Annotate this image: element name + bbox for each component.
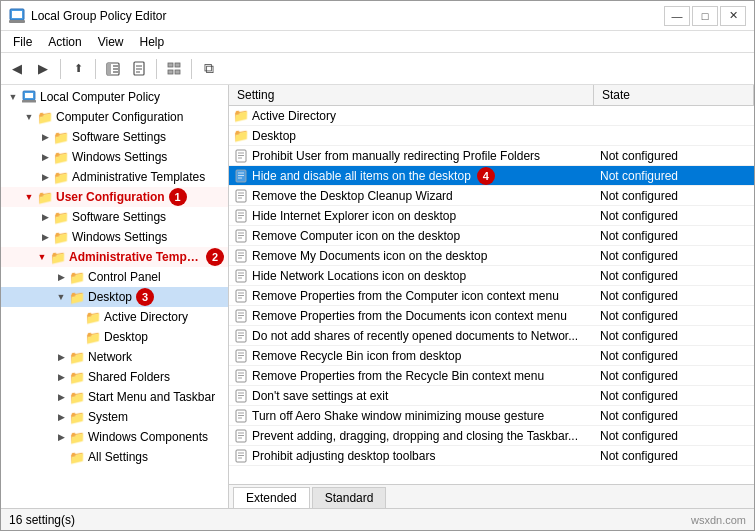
row-17-state: Not configured	[594, 428, 754, 444]
tree-item-all-settings[interactable]: 📁 All Settings	[1, 447, 228, 467]
view-button[interactable]	[162, 57, 186, 81]
expand-user-config[interactable]: ▼	[21, 189, 37, 205]
expand-active-directory[interactable]	[69, 309, 85, 325]
row-7-setting: Remove Computer icon on the desktop	[229, 227, 594, 245]
expand-control-panel[interactable]: ▶	[53, 269, 69, 285]
expand-start-menu[interactable]: ▶	[53, 389, 69, 405]
tree-item-start-menu[interactable]: ▶ 📁 Start Menu and Taskbar	[1, 387, 228, 407]
expand-system[interactable]: ▶	[53, 409, 69, 425]
show-hide-button[interactable]	[101, 57, 125, 81]
tree-item-admin-templates-2[interactable]: ▼ 📁 Administrative Templates 2	[1, 247, 228, 267]
view-icon	[166, 61, 182, 77]
list-item[interactable]: Prohibit User from manually redirecting …	[229, 146, 754, 166]
list-item[interactable]: Do not add shares of recently opened doc…	[229, 326, 754, 346]
list-item[interactable]: Hide Internet Explorer icon on desktop N…	[229, 206, 754, 226]
filter-button[interactable]: ⧉	[197, 57, 221, 81]
folder-icon-network: 📁	[69, 349, 85, 365]
policy-icon-row-5	[233, 188, 249, 204]
tree-item-desktop-sub[interactable]: 📁 Desktop	[1, 327, 228, 347]
expand-admin-2[interactable]: ▼	[34, 249, 50, 265]
maximize-button[interactable]: □	[692, 6, 718, 26]
expand-all-settings[interactable]	[53, 449, 69, 465]
expand-shared-folders[interactable]: ▶	[53, 369, 69, 385]
tree-item-control-panel[interactable]: ▶ 📁 Control Panel	[1, 267, 228, 287]
row-10-setting: Remove Properties from the Computer icon…	[229, 287, 594, 305]
header-state[interactable]: State	[594, 85, 754, 105]
tree-item-network[interactable]: ▶ 📁 Network	[1, 347, 228, 367]
tree-item-local-computer-policy[interactable]: ▼ Local Computer Policy	[1, 87, 228, 107]
up-button[interactable]: ⬆	[66, 57, 90, 81]
expand-desktop[interactable]: ▼	[53, 289, 69, 305]
window-title: Local Group Policy Editor	[31, 9, 166, 23]
list-item[interactable]: Remove My Documents icon on the desktop …	[229, 246, 754, 266]
windows-settings-2-label: Windows Settings	[72, 230, 167, 244]
svg-rect-31	[236, 210, 246, 222]
expand-windows-1[interactable]: ▶	[37, 149, 53, 165]
expand-software-1[interactable]: ▶	[37, 129, 53, 145]
policy-icon-row-17	[233, 428, 249, 444]
policy-icon-row-10	[233, 288, 249, 304]
tree-item-software-settings-2[interactable]: ▶ 📁 Software Settings	[1, 207, 228, 227]
row-14-setting-text: Remove Properties from the Recycle Bin c…	[252, 369, 544, 383]
policy-icon-row-9	[233, 268, 249, 284]
folder-icon-admin-2: 📁	[50, 249, 66, 265]
svg-rect-19	[236, 150, 246, 162]
list-item[interactable]: 📁 Desktop	[229, 126, 754, 146]
list-item[interactable]: Remove the Desktop Cleanup Wizard Not co…	[229, 186, 754, 206]
list-item[interactable]: Hide Network Locations icon on desktop N…	[229, 266, 754, 286]
minimize-button[interactable]: —	[664, 6, 690, 26]
tree-item-active-directory[interactable]: 📁 Active Directory	[1, 307, 228, 327]
tree-item-windows-settings-1[interactable]: ▶ 📁 Windows Settings	[1, 147, 228, 167]
list-item[interactable]: Don't save settings at exit Not configur…	[229, 386, 754, 406]
row-15-setting-text: Don't save settings at exit	[252, 389, 388, 403]
expand-desktop-sub[interactable]	[69, 329, 85, 345]
expand-windows-components[interactable]: ▶	[53, 429, 69, 445]
policy-icon-row-14	[233, 368, 249, 384]
tree-item-desktop[interactable]: ▼ 📁 Desktop 3	[1, 287, 228, 307]
forward-button[interactable]: ▶	[31, 57, 55, 81]
tree-item-computer-configuration[interactable]: ▼ 📁 Computer Configuration	[1, 107, 228, 127]
list-item[interactable]: Turn off Aero Shake window minimizing mo…	[229, 406, 754, 426]
svg-rect-71	[236, 410, 246, 422]
expand-windows-2[interactable]: ▶	[37, 229, 53, 245]
row-5-setting: Remove the Desktop Cleanup Wizard	[229, 187, 594, 205]
back-button[interactable]: ◀	[5, 57, 29, 81]
expand-local-computer[interactable]: ▼	[5, 89, 21, 105]
list-item[interactable]: Remove Recycle Bin icon from desktop Not…	[229, 346, 754, 366]
row-8-setting: Remove My Documents icon on the desktop	[229, 247, 594, 265]
close-button[interactable]: ✕	[720, 6, 746, 26]
user-config-label: User Configuration	[56, 190, 165, 204]
expand-admin-1[interactable]: ▶	[37, 169, 53, 185]
tree-item-shared-folders[interactable]: ▶ 📁 Shared Folders	[1, 367, 228, 387]
expand-software-2[interactable]: ▶	[37, 209, 53, 225]
tree-item-software-settings-1[interactable]: ▶ 📁 Software Settings	[1, 127, 228, 147]
properties-button[interactable]	[127, 57, 151, 81]
row-12-state: Not configured	[594, 328, 754, 344]
tree-item-system[interactable]: ▶ 📁 System	[1, 407, 228, 427]
tree-item-user-configuration[interactable]: ▼ 📁 User Configuration 1	[1, 187, 228, 207]
menu-action[interactable]: Action	[40, 33, 89, 51]
tree-item-windows-settings-2[interactable]: ▶ 📁 Windows Settings	[1, 227, 228, 247]
header-setting[interactable]: Setting	[229, 85, 594, 105]
list-item[interactable]: Remove Properties from the Documents ico…	[229, 306, 754, 326]
list-item-selected[interactable]: Hide and disable all items on the deskto…	[229, 166, 754, 186]
list-item[interactable]: Remove Properties from the Computer icon…	[229, 286, 754, 306]
menu-view[interactable]: View	[90, 33, 132, 51]
row-18-state: Not configured	[594, 448, 754, 464]
tab-standard[interactable]: Standard	[312, 487, 387, 508]
menu-help[interactable]: Help	[132, 33, 173, 51]
tree-item-admin-templates-1[interactable]: ▶ 📁 Administrative Templates	[1, 167, 228, 187]
policy-icon-row-6	[233, 208, 249, 224]
expand-computer-config[interactable]: ▼	[21, 109, 37, 125]
expand-network[interactable]: ▶	[53, 349, 69, 365]
list-item[interactable]: Remove Computer icon on the desktop Not …	[229, 226, 754, 246]
list-item[interactable]: Remove Properties from the Recycle Bin c…	[229, 366, 754, 386]
tab-extended[interactable]: Extended	[233, 487, 310, 508]
list-item[interactable]: Prevent adding, dragging, dropping and c…	[229, 426, 754, 446]
list-item[interactable]: Prohibit adjusting desktop toolbars Not …	[229, 446, 754, 466]
list-item[interactable]: 📁 Active Directory	[229, 106, 754, 126]
row-3-setting: Prohibit User from manually redirecting …	[229, 147, 594, 165]
row-9-state: Not configured	[594, 268, 754, 284]
tree-item-windows-components[interactable]: ▶ 📁 Windows Components	[1, 427, 228, 447]
menu-file[interactable]: File	[5, 33, 40, 51]
